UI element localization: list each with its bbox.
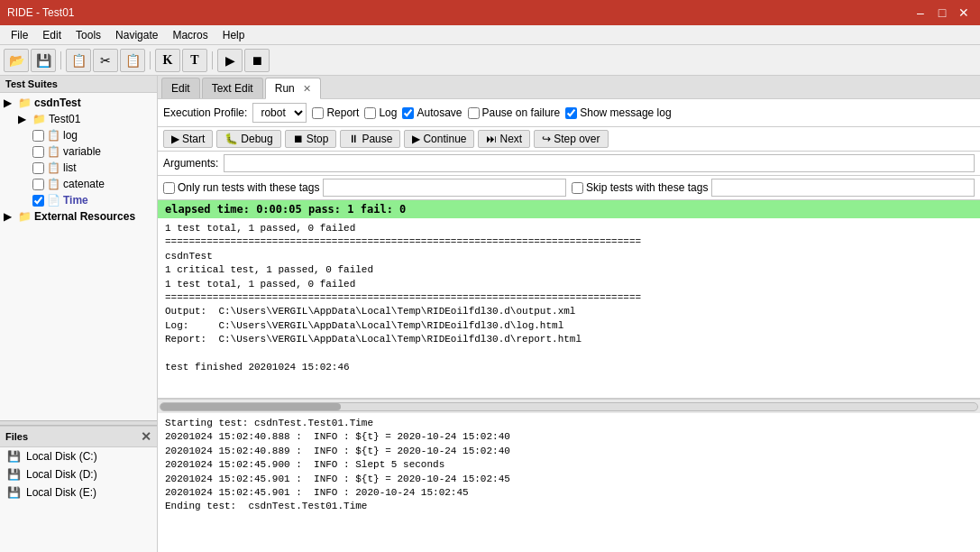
close-button[interactable]: ✕ — [955, 4, 973, 22]
arguments-label: Arguments: — [163, 157, 218, 170]
start-icon: ▶ — [171, 133, 179, 145]
arguments-input[interactable] — [224, 154, 975, 172]
autosave-checkbox[interactable] — [402, 107, 414, 119]
menu-navigate[interactable]: Navigate — [108, 27, 165, 43]
step-over-button[interactable]: ↪ Step over — [534, 130, 608, 148]
run-controls: Execution Profile: robot pybot jybot Rep… — [158, 99, 980, 127]
start-button[interactable]: ▶ Start — [163, 130, 213, 148]
skip-check-label: Skip tests with these tags — [572, 181, 708, 194]
skip-group: Skip tests with these tags — [572, 179, 975, 197]
toolbar-separator-3 — [212, 51, 213, 69]
report-checkbox[interactable] — [312, 107, 324, 119]
tab-run[interactable]: Run ✕ — [265, 78, 321, 99]
tree-item[interactable]: 📋list — [2, 160, 155, 176]
tree-item-checkbox[interactable] — [32, 130, 44, 142]
step-over-icon: ↪ — [542, 133, 551, 145]
log-checkbox[interactable] — [364, 107, 376, 119]
output-top-content: 1 test total, 1 passed, 0 failed =======… — [158, 218, 980, 378]
skip-checkbox[interactable] — [572, 182, 583, 194]
only-run-input[interactable] — [323, 179, 566, 197]
tree-item-checkbox[interactable] — [32, 146, 44, 158]
profile-label: Execution Profile: — [163, 106, 247, 119]
toolbar-save[interactable]: 💾 — [31, 49, 56, 72]
report-check-group: Report — [312, 106, 359, 119]
tree-item-label: External Resources — [34, 210, 135, 223]
tree-item[interactable]: 📋catenate — [2, 176, 155, 192]
left-panel: Test Suites ▶📁csdnTest▶📁Test01📋log📋varia… — [0, 76, 158, 552]
disk-icon: 💾 — [7, 468, 21, 481]
toolbar-paste[interactable]: 📋 — [120, 49, 145, 72]
tree-expander: ▶ — [4, 97, 18, 109]
tree-item[interactable]: ▶📁External Resources — [2, 208, 155, 225]
toolbar-separator-1 — [60, 51, 61, 69]
pause-button[interactable]: ⏸ Pause — [340, 130, 400, 148]
maximize-button[interactable]: □ — [933, 4, 951, 22]
file-item[interactable]: 💾Local Disk (E:) — [0, 483, 157, 501]
only-run-check-label: Only run tests with these tags — [163, 181, 319, 194]
tree-item-checkbox[interactable] — [32, 162, 44, 174]
tree-item[interactable]: 📄Time — [2, 192, 155, 208]
tab-text-edit[interactable]: Text Edit — [202, 78, 263, 98]
menu-tools[interactable]: Tools — [69, 27, 108, 43]
continue-button[interactable]: ▶ Continue — [404, 130, 474, 148]
next-button[interactable]: ⏭ Next — [478, 130, 530, 148]
pause-icon: ⏸ — [348, 133, 359, 145]
debug-button[interactable]: 🐛 Debug — [216, 130, 280, 148]
scroll-thumb[interactable] — [160, 403, 341, 410]
tags-row: Only run tests with these tags Skip test… — [158, 176, 980, 200]
skip-input[interactable] — [711, 179, 975, 197]
tree-item[interactable]: 📋variable — [2, 143, 155, 160]
tree-item-icon: 📁 — [32, 113, 46, 125]
tree-item-checkbox[interactable] — [32, 179, 44, 190]
file-item[interactable]: 💾Local Disk (C:) — [0, 447, 157, 465]
tab-run-close[interactable]: ✕ — [303, 83, 311, 94]
title-bar: RIDE - Test01 – □ ✕ — [0, 0, 980, 25]
menu-macros[interactable]: Macros — [165, 27, 215, 43]
horizontal-scrollbar[interactable] — [158, 399, 980, 413]
toolbar-stop[interactable]: ⏹ — [244, 49, 270, 72]
toolbar-cut[interactable]: ✂ — [93, 49, 118, 72]
arguments-row: Arguments: — [158, 152, 980, 176]
tree-item-icon: 📋 — [47, 129, 60, 142]
tree-item-label: log — [63, 129, 78, 142]
only-run-checkbox[interactable] — [163, 182, 175, 194]
pause-failure-check-group: Pause on failure — [468, 106, 561, 119]
menu-file[interactable]: File — [4, 27, 35, 43]
show-message-checkbox[interactable] — [565, 107, 577, 119]
toolbar-k[interactable]: K — [155, 49, 180, 72]
stop-button[interactable]: ⏹ Stop — [285, 130, 337, 148]
tree-item-icon: 📄 — [47, 194, 60, 207]
debug-icon: 🐛 — [224, 133, 238, 145]
profile-select[interactable]: robot pybot jybot — [252, 103, 307, 123]
toolbar-run[interactable]: ▶ — [217, 49, 243, 72]
tree-item-checkbox[interactable] — [32, 195, 44, 207]
tab-edit[interactable]: Edit — [161, 78, 200, 98]
tree-item[interactable]: ▶📁csdnTest — [2, 95, 155, 111]
disk-icon: 💾 — [7, 450, 21, 463]
toolbar-copy[interactable]: 📋 — [66, 49, 91, 72]
files-close-button[interactable]: ✕ — [141, 429, 151, 444]
log-label: Log — [379, 106, 397, 119]
output-bottom[interactable]: Starting test: csdnTest.Test01.Time 2020… — [158, 413, 980, 552]
log-check-group: Log — [364, 106, 397, 119]
file-item[interactable]: 💾Local Disk (D:) — [0, 465, 157, 483]
tree-expander: ▶ — [4, 210, 18, 223]
tree-item[interactable]: ▶📁Test01 — [2, 111, 155, 127]
files-list: 💾Local Disk (C:)💾Local Disk (D:)💾Local D… — [0, 447, 157, 501]
tree-area: ▶📁csdnTest▶📁Test01📋log📋variable📋list📋cat… — [0, 93, 157, 420]
tree-item-icon: 📋 — [47, 161, 60, 174]
minimize-button[interactable]: – — [911, 4, 930, 22]
output-top[interactable]: 1 test total, 1 passed, 0 failed =======… — [158, 218, 980, 399]
pause-failure-checkbox[interactable] — [468, 107, 480, 119]
run-buttons: ▶ Start 🐛 Debug ⏹ Stop ⏸ Pause ▶ Continu… — [158, 127, 980, 152]
output-bottom-content: Starting test: csdnTest.Test01.Time 2020… — [158, 413, 980, 518]
menu-edit[interactable]: Edit — [35, 27, 69, 43]
menu-help[interactable]: Help — [215, 27, 252, 43]
tree-item-icon: 📋 — [47, 178, 60, 190]
tree-item[interactable]: 📋log — [2, 127, 155, 143]
tree-item-label: list — [63, 161, 77, 174]
toolbar-t[interactable]: T — [182, 49, 207, 72]
toolbar-new[interactable]: 📂 — [4, 49, 29, 72]
tree-item-label: csdnTest — [34, 97, 81, 109]
output-area: elapsed time: 0:00:05 pass: 1 fail: 0 1 … — [158, 200, 980, 552]
